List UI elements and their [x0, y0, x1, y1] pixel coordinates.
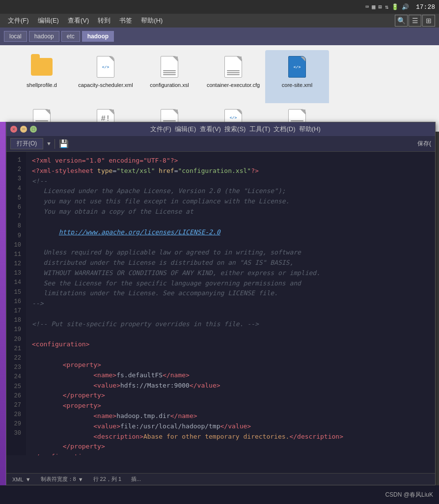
taskbar-bottom: CSDN @春风LiuK	[0, 485, 439, 504]
fm-menu-goto[interactable]: 转到	[94, 15, 114, 26]
tabwidth-arrow: ▼	[78, 476, 83, 482]
file-manager-window: 文件(F) 编辑(E) 查看(V) 转到 书签 帮助(H) 🔍 ☰ ⊞ loca…	[0, 14, 439, 132]
editor-titlebar: ✕ ─ □ 文件(F) 编辑(E) 查看(V) 搜索(S) 工具(T) 文档(D…	[6, 122, 435, 136]
line-numbers: 1 2 3 4 5 6 7 8 9 10 11 12 13 14 15 16 1…	[6, 152, 26, 455]
fm-search-button[interactable]: 🔍	[395, 15, 408, 27]
grid2-icon: ⊞	[379, 3, 382, 11]
status-encoding[interactable]: 插...	[131, 476, 141, 483]
editor-toolbar: 打开(O) ▼ 💾 保存(	[6, 136, 435, 152]
keyboard-icon: ⌨	[365, 3, 369, 11]
text-editor-window: ✕ ─ □ 文件(F) 编辑(E) 查看(V) 搜索(S) 工具(T) 文档(D…	[6, 122, 436, 485]
open-dropdown-arrow[interactable]: ▼	[47, 141, 51, 147]
xml-file-capacity: </>	[97, 56, 114, 78]
file-name-container: container-executor.cfg	[207, 82, 260, 88]
volume-icon: 🔊	[402, 3, 409, 11]
generic-icon-container	[221, 54, 245, 80]
fm-menu-file[interactable]: 文件(F)	[4, 15, 33, 26]
xml-icon-core-site: </>	[285, 54, 309, 80]
xml-file-core-site: </>	[288, 56, 306, 78]
format-label: XML	[12, 476, 24, 482]
folder-icon-shellprofile	[30, 54, 54, 80]
editor-open-button[interactable]: 打开(O)	[10, 138, 43, 149]
file-name-capacity: capacity-scheduler.xml	[78, 82, 133, 88]
system-bar: ⌨ ▦ ⊞ ⇅ 🔋 🔊 17:28	[0, 0, 439, 14]
editor-statusbar: XML ▼ 制表符宽度：8 ▼ 行 22，列 1 插...	[6, 473, 435, 485]
status-position: 行 22，列 1	[93, 476, 121, 483]
tabwidth-label: 制表符宽度：8	[41, 476, 76, 483]
fm-grid-view-button[interactable]: ⊞	[422, 15, 435, 27]
fm-menu-help[interactable]: 帮助(H)	[137, 15, 166, 26]
battery-icon: 🔋	[391, 3, 399, 11]
save-icon[interactable]: 💾	[59, 139, 69, 149]
fm-menu-edit[interactable]: 编辑(E)	[34, 15, 63, 26]
toolbar-divider	[55, 139, 55, 149]
code-editor-content[interactable]: <?xml version="1.0" encoding="UTF-8"?> <…	[26, 152, 435, 455]
file-name-configuration: configuration.xsl	[150, 82, 189, 88]
file-manager-menubar: 文件(F) 编辑(E) 查看(V) 转到 书签 帮助(H) 🔍 ☰ ⊞	[0, 14, 439, 28]
editor-maximize-button[interactable]: □	[30, 126, 37, 133]
layout-icon: ▦	[372, 3, 375, 11]
breadcrumb-hadoop[interactable]: hadoop	[29, 31, 59, 42]
breadcrumb-etc[interactable]: etc	[61, 31, 80, 42]
code-area: 1 2 3 4 5 6 7 8 9 10 11 12 13 14 15 16 1…	[6, 152, 435, 455]
system-icons: ⌨ ▦ ⊞ ⇅ 🔋 🔊 17:28	[365, 3, 435, 11]
status-format[interactable]: XML ▼	[12, 476, 31, 482]
file-name-core-site: core-site.xml	[282, 82, 312, 88]
fm-menu-view[interactable]: 查看(V)	[64, 15, 93, 26]
arrow-icon: ⇅	[385, 3, 388, 11]
file-manager-toolbar: local hadoop etc hadoop	[0, 28, 439, 45]
generic-file-container	[224, 56, 242, 78]
format-arrow: ▼	[26, 476, 31, 482]
generic-file-config	[161, 56, 178, 78]
file-name-shellprofile: shellprofile.d	[27, 82, 57, 88]
fm-menu-bookmarks[interactable]: 书签	[115, 15, 136, 26]
editor-save-btn[interactable]: 保存(	[417, 140, 431, 148]
editor-title-text: 文件(F) 编辑(E) 查看(V) 搜索(S) 工具(T) 文档(D) 帮助(H…	[40, 125, 431, 134]
system-time: 17:28	[416, 3, 435, 11]
fm-list-view-button[interactable]: ☰	[409, 15, 421, 27]
accent-bar	[0, 122, 6, 485]
editor-close-button[interactable]: ✕	[10, 126, 17, 133]
breadcrumb-hadoop-active[interactable]: hadoop	[82, 31, 114, 42]
status-tabwidth[interactable]: 制表符宽度：8 ▼	[41, 476, 83, 483]
brand-text: CSDN @春风LiuK	[385, 491, 433, 499]
xml-icon-capacity: </>	[94, 54, 117, 80]
encoding-label: 插...	[131, 476, 141, 483]
generic-icon-configuration	[158, 54, 181, 80]
editor-minimize-button[interactable]: ─	[20, 126, 27, 133]
breadcrumb-local[interactable]: local	[4, 31, 27, 42]
